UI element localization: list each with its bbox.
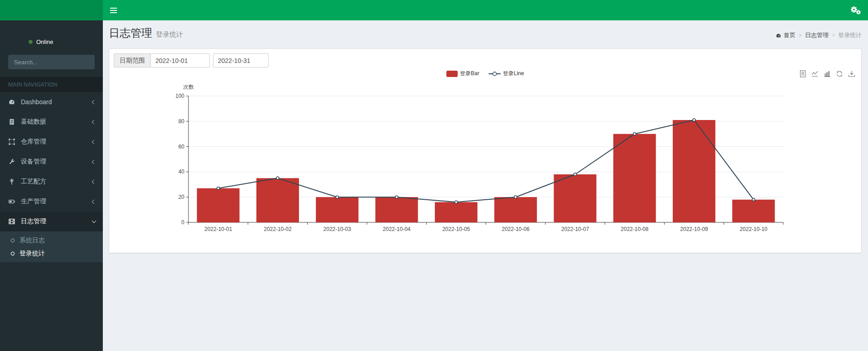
- svg-text:2022-10-03: 2022-10-03: [323, 226, 352, 232]
- top-bar: [0, 0, 868, 20]
- sidebar-toggle-button[interactable]: [103, 0, 124, 20]
- search-input[interactable]: [9, 55, 94, 69]
- sidebar-item-dashboard[interactable]: Dashboard: [0, 92, 103, 112]
- chevron-down-icon: [92, 219, 96, 223]
- breadcrumb-current: 登录统计: [838, 31, 862, 39]
- sidebar-item-login-stats[interactable]: 登录统计: [0, 247, 103, 260]
- svg-text:20: 20: [178, 194, 185, 200]
- breadcrumb-separator: >: [832, 32, 835, 38]
- sidebar-submenu-container: 系统日志 登录统计: [0, 231, 103, 262]
- sidebar-item-label: 基础数据: [21, 118, 92, 126]
- svg-text:2022-10-06: 2022-10-06: [502, 226, 530, 232]
- sliders-icon: [8, 178, 15, 185]
- svg-text:2022-10-05: 2022-10-05: [442, 226, 470, 232]
- search-button[interactable]: [94, 55, 95, 69]
- wrench-icon: [8, 158, 15, 165]
- settings-gears-button[interactable]: [845, 0, 865, 20]
- sidebar-item-devices[interactable]: 设备管理: [0, 152, 103, 172]
- sidebar-item-warehouse[interactable]: 仓库管理: [0, 132, 103, 152]
- object-group-icon: [8, 138, 15, 145]
- svg-text:2022-10-02: 2022-10-02: [264, 226, 292, 232]
- svg-text:2022-10-04: 2022-10-04: [383, 226, 411, 232]
- gauge-icon: [8, 98, 15, 106]
- sidebar-item-label: 仓库管理: [21, 138, 92, 146]
- logs-submenu: 系统日志 登录统计: [0, 231, 103, 262]
- login-stats-chart[interactable]: 0204060801002022-10-012022-10-022022-10-…: [109, 49, 862, 254]
- sidebar-item-logs[interactable]: 日志管理: [0, 212, 103, 231]
- breadcrumb-home-link[interactable]: 首页: [784, 31, 796, 39]
- sidebar-menu: Dashboard 基础数据: [0, 92, 103, 262]
- breadcrumb: 首页 > 日志管理 > 登录统计: [776, 31, 862, 39]
- circle-o-icon: [10, 238, 15, 243]
- circle-o-icon: [10, 251, 15, 256]
- svg-text:次数: 次数: [183, 84, 194, 90]
- sidebar-item-label: 生产管理: [21, 197, 92, 206]
- svg-text:60: 60: [178, 144, 185, 150]
- svg-text:40: 40: [178, 168, 185, 175]
- sidebar-search-form: [8, 55, 95, 69]
- chevron-left-icon: [92, 179, 96, 184]
- sidebar-nav-header: MAIN NAVIGATION: [0, 77, 103, 92]
- sidebar-item-system-logs[interactable]: 系统日志: [0, 234, 103, 247]
- svg-text:2022-10-09: 2022-10-09: [680, 226, 708, 232]
- navbar: [103, 0, 868, 20]
- logo-area[interactable]: [0, 0, 103, 20]
- sidebar-item-label: 工艺配方: [21, 178, 92, 186]
- svg-text:0: 0: [181, 219, 184, 226]
- sidebar-item-label: Dashboard: [21, 98, 92, 106]
- sidebar-item-production[interactable]: 生产管理: [0, 192, 103, 212]
- submenu-item-label: 系统日志: [19, 236, 45, 245]
- page-title: 日志管理: [109, 27, 152, 39]
- battery-icon: [8, 198, 15, 205]
- online-status-dot: [29, 40, 33, 44]
- svg-text:80: 80: [178, 118, 185, 125]
- svg-text:2022-10-01: 2022-10-01: [204, 226, 232, 232]
- sidebar-item-basic-data[interactable]: 基础数据: [0, 112, 103, 132]
- ledger-icon: [8, 118, 15, 125]
- hamburger-icon: [110, 8, 117, 9]
- film-icon: [8, 218, 15, 225]
- svg-text:100: 100: [175, 93, 184, 99]
- page-subtitle: 登录统计: [156, 30, 183, 38]
- svg-text:2022-10-08: 2022-10-08: [621, 226, 649, 232]
- svg-text:2022-10-07: 2022-10-07: [561, 226, 589, 232]
- chevron-left-icon: [92, 120, 96, 124]
- svg-text:2022-10-10: 2022-10-10: [740, 226, 768, 232]
- home-gauge-icon: [776, 33, 781, 38]
- sidebar-item-label: 日志管理: [21, 217, 92, 226]
- chevron-left-icon: [92, 139, 96, 144]
- chevron-left-icon: [92, 100, 96, 104]
- main-content: 日志管理登录统计 首页 > 日志管理 > 登录统计 日期范围 登录Bar: [103, 20, 868, 351]
- online-status-label: Online: [36, 38, 53, 45]
- sidebar: Online MAIN NAVIGATION Dashboard: [0, 20, 103, 351]
- user-status: Online: [29, 38, 53, 45]
- breadcrumb-logs-link[interactable]: 日志管理: [805, 31, 829, 39]
- submenu-item-label: 登录统计: [19, 250, 45, 258]
- breadcrumb-separator: >: [799, 32, 802, 38]
- content-header: 日志管理登录统计: [109, 26, 183, 40]
- chevron-left-icon: [92, 159, 96, 164]
- sidebar-item-label: 设备管理: [21, 158, 92, 166]
- chart-card: 日期范围 登录Bar 登录Line: [109, 48, 862, 253]
- gears-icon: [850, 6, 861, 15]
- app-root: { "colors": { "accent": "#00a65a", "logo…: [0, 0, 868, 351]
- chevron-left-icon: [92, 199, 96, 204]
- sidebar-item-recipes[interactable]: 工艺配方: [0, 172, 103, 192]
